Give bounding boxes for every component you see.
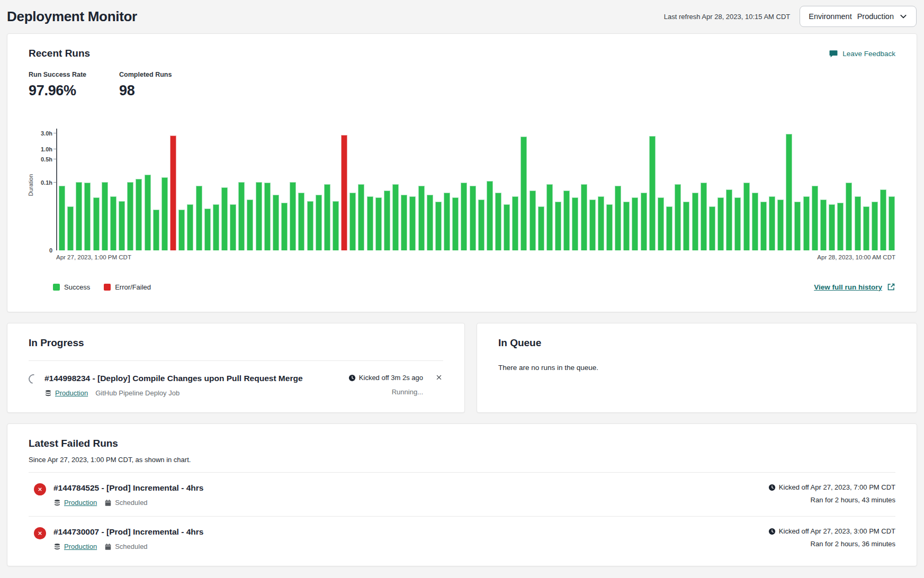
run-bar-success[interactable] <box>530 191 536 250</box>
run-bar-success[interactable] <box>196 186 202 250</box>
run-bar-success[interactable] <box>752 193 758 250</box>
run-bar-success[interactable] <box>683 202 689 250</box>
run-bar-success[interactable] <box>221 187 228 250</box>
run-bar-success[interactable] <box>93 197 100 250</box>
run-bar-success[interactable] <box>538 206 544 250</box>
run-bar-success[interactable] <box>290 182 296 250</box>
run-bar-success[interactable] <box>837 203 844 250</box>
run-bar-success[interactable] <box>145 175 151 250</box>
run-bar-success[interactable] <box>247 200 253 250</box>
run-bar-success[interactable] <box>367 196 373 250</box>
run-bar-success[interactable] <box>734 197 741 250</box>
run-bar-success[interactable] <box>59 186 65 250</box>
run-bar-success[interactable] <box>427 195 433 250</box>
run-bar-success[interactable] <box>162 177 168 250</box>
run-bar-success[interactable] <box>658 197 664 250</box>
run-bar-success[interactable] <box>452 197 459 250</box>
run-bar-success[interactable] <box>316 195 322 250</box>
run-bar-success[interactable] <box>812 186 818 250</box>
leave-feedback-link[interactable]: Leave Feedback <box>829 49 895 58</box>
run-bar-success[interactable] <box>487 181 493 250</box>
run-bar-success[interactable] <box>213 204 219 250</box>
run-bar-success[interactable] <box>743 183 750 250</box>
run-bar-success[interactable] <box>641 193 647 250</box>
run-bar-success[interactable] <box>478 200 485 250</box>
run-bar-success[interactable] <box>84 183 91 250</box>
run-bar-success[interactable] <box>555 202 561 250</box>
run-bar-success[interactable] <box>444 193 450 250</box>
run-bar-success[interactable] <box>760 202 767 250</box>
run-bar-success[interactable] <box>512 196 518 250</box>
run-bar-success[interactable] <box>623 202 630 250</box>
run-bar-success[interactable] <box>298 193 304 250</box>
run-bar-success[interactable] <box>230 204 236 250</box>
run-bar-failed[interactable] <box>170 136 176 250</box>
run-bar-success[interactable] <box>794 202 801 250</box>
view-full-run-history-link[interactable]: View full run history <box>814 283 895 291</box>
run-bar-success[interactable] <box>846 183 852 250</box>
run-bar-success[interactable] <box>333 201 339 250</box>
run-bar-success[interactable] <box>563 191 570 250</box>
run-bar-success[interactable] <box>709 206 715 250</box>
run-bar-success[interactable] <box>358 184 364 250</box>
run-bar-success[interactable] <box>435 202 442 250</box>
run-bar-success[interactable] <box>187 204 193 250</box>
environment-link[interactable]: Production <box>64 499 97 507</box>
run-bar-success[interactable] <box>401 195 407 250</box>
run-bar-success[interactable] <box>777 200 784 250</box>
run-bar-success[interactable] <box>349 193 356 250</box>
run-bar-success[interactable] <box>863 206 869 250</box>
run-bar-success[interactable] <box>281 203 288 250</box>
run-bar-success[interactable] <box>572 197 578 250</box>
run-bar-success[interactable] <box>598 196 604 250</box>
run-bar-success[interactable] <box>178 210 185 250</box>
environment-link[interactable]: Production <box>64 543 97 550</box>
run-bar-success[interactable] <box>461 183 467 250</box>
run-bar-success[interactable] <box>418 186 425 250</box>
run-bar-success[interactable] <box>769 196 775 250</box>
run-bar-success[interactable] <box>110 196 116 250</box>
run-bar-success[interactable] <box>880 189 886 250</box>
run-bar-success[interactable] <box>803 196 810 250</box>
run-bar-success[interactable] <box>238 182 245 250</box>
run-bar-success[interactable] <box>521 137 527 250</box>
run-bar-success[interactable] <box>589 200 596 250</box>
run-bar-failed[interactable] <box>341 135 347 250</box>
run-bar-success[interactable] <box>409 196 416 250</box>
run-bar-success[interactable] <box>375 197 382 250</box>
run-bar-success[interactable] <box>546 184 553 250</box>
run-bar-success[interactable] <box>726 189 732 250</box>
run-bar-success[interactable] <box>273 195 279 250</box>
close-icon[interactable] <box>435 374 443 382</box>
run-bar-success[interactable] <box>855 196 861 250</box>
run-bar-success[interactable] <box>102 182 108 250</box>
environment-dropdown[interactable]: Environment Production <box>800 6 917 27</box>
run-bar-success[interactable] <box>67 206 74 250</box>
run-bar-success[interactable] <box>675 184 681 250</box>
run-bar-success[interactable] <box>470 186 476 250</box>
run-bar-success[interactable] <box>666 206 672 250</box>
run-bar-success[interactable] <box>581 184 587 250</box>
run-bar-success[interactable] <box>632 197 638 250</box>
run-bar-success[interactable] <box>264 183 271 250</box>
run-bar-success[interactable] <box>649 136 656 250</box>
run-bar-success[interactable] <box>829 204 835 250</box>
run-bar-success[interactable] <box>786 134 792 250</box>
run-bar-success[interactable] <box>136 179 142 250</box>
run-bar-success[interactable] <box>307 201 313 250</box>
run-bar-success[interactable] <box>615 186 621 250</box>
run-bar-success[interactable] <box>717 197 724 250</box>
run-bar-success[interactable] <box>153 210 159 250</box>
run-bar-success[interactable] <box>889 196 895 250</box>
run-bar-success[interactable] <box>256 182 262 250</box>
run-bar-success[interactable] <box>324 184 330 250</box>
run-bar-success[interactable] <box>119 201 125 250</box>
run-bar-success[interactable] <box>701 183 707 250</box>
run-bar-success[interactable] <box>384 191 390 250</box>
run-bar-success[interactable] <box>204 209 211 250</box>
environment-link[interactable]: Production <box>55 389 88 397</box>
run-bar-success[interactable] <box>127 182 133 250</box>
run-bar-success[interactable] <box>495 193 501 250</box>
run-bar-success[interactable] <box>504 204 510 250</box>
run-bar-success[interactable] <box>872 202 878 250</box>
